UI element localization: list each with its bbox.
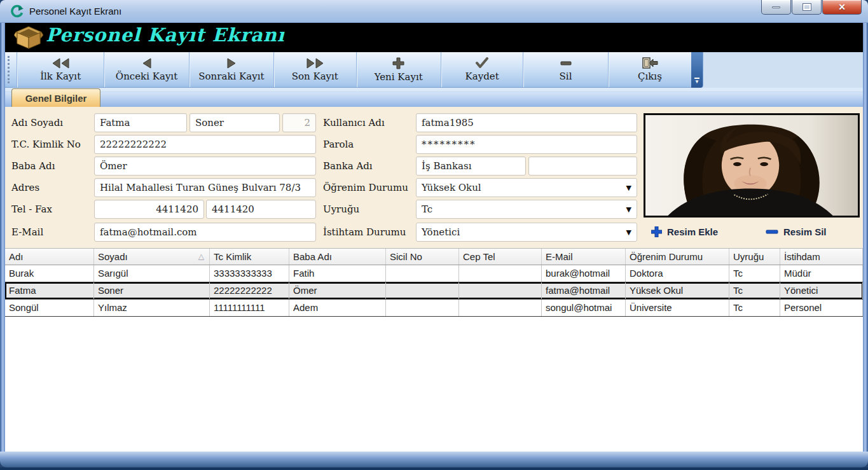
table-cell: Adem	[289, 300, 386, 316]
email-field[interactable]	[94, 223, 316, 242]
chevron-down-icon: ▼	[626, 228, 631, 237]
employment-combobox[interactable]: Yönetici ▼	[416, 223, 637, 242]
exit-button[interactable]: Çıkış	[608, 52, 691, 87]
minimize-button[interactable]	[761, 0, 791, 15]
next-record-button[interactable]: Sonraki Kayıt	[189, 52, 273, 87]
table-cell	[459, 265, 542, 282]
previous-record-button[interactable]: Önceki Kayıt	[104, 52, 188, 87]
grid-column-header[interactable]: Cep Tel	[459, 249, 542, 265]
last-record-button[interactable]: Son Kayıt	[273, 52, 355, 87]
toolbar: İlk Kayıt Önceki Kayıt Sonraki Kayıt	[5, 52, 703, 88]
exit-icon	[642, 57, 658, 69]
table-cell: fatma@hotmail	[542, 282, 626, 299]
grid-column-header[interactable]: Sicil No	[386, 249, 459, 265]
table-cell: 11111111111	[210, 300, 289, 316]
address-field[interactable]	[94, 178, 316, 197]
last-name-field[interactable]	[189, 113, 280, 132]
add-image-button[interactable]: Resim Ekle	[651, 223, 718, 240]
label-adi-soyadi: Adı Soyadı	[11, 113, 63, 132]
banner-title: Personel Kayıt Ekranı	[46, 24, 285, 46]
table-cell: 22222222222	[210, 282, 289, 299]
table-cell	[386, 300, 459, 316]
table-cell: 33333333333	[210, 265, 289, 282]
table-cell: Personel	[780, 300, 863, 316]
overflow-arrow-icon: ▼	[694, 80, 699, 84]
close-button[interactable]: ✕	[822, 0, 862, 15]
employment-value: Yönetici	[422, 226, 460, 238]
minus-icon	[766, 226, 778, 237]
record-number-field	[282, 113, 316, 132]
label-ogrenim-durumu: Öğrenim Durumu	[323, 178, 408, 197]
tab-genel-bilgiler[interactable]: Genel Bilgiler	[11, 88, 100, 107]
father-name-field[interactable]	[94, 156, 316, 176]
chevron-down-icon: ▼	[626, 184, 631, 192]
maximize-button[interactable]	[792, 0, 822, 15]
new-record-label: Yeni Kayıt	[375, 71, 423, 83]
label-tc-kimlik-no: T.C. Kimlik No	[11, 135, 81, 154]
delete-button[interactable]: Sil	[523, 52, 607, 87]
sort-ascending-icon: △	[198, 249, 204, 265]
remove-image-label: Resim Sil	[783, 226, 827, 237]
label-istihtam-durumu: İstihtam Durumu	[323, 223, 406, 242]
save-button[interactable]: Kaydet	[441, 52, 523, 87]
nationality-combobox[interactable]: Tc ▼	[416, 200, 637, 219]
remove-image-button[interactable]: Resim Sil	[766, 223, 827, 240]
screen-bottom-strip	[0, 467, 868, 470]
label-parola: Parola	[323, 135, 354, 154]
tc-kimlik-field[interactable]	[94, 135, 316, 154]
new-record-icon	[392, 57, 404, 69]
chevron-down-icon: ▼	[626, 205, 631, 214]
grid-column-header[interactable]: E-Mail	[542, 249, 626, 265]
toolbar-grip[interactable]	[8, 56, 17, 83]
personnel-photo	[644, 113, 860, 218]
delete-label: Sil	[560, 71, 572, 82]
tel-field[interactable]	[94, 200, 204, 219]
table-cell: Soner	[94, 282, 210, 299]
grid-column-header[interactable]: Soyadı△	[94, 249, 210, 265]
grid-column-header[interactable]: Öğrenim Durumu	[626, 249, 729, 265]
save-icon	[475, 57, 489, 69]
first-record-button[interactable]: İlk Kayıt	[17, 52, 104, 87]
form-panel: Adı Soyadı T.C. Kimlik No Baba Adı Adres…	[5, 107, 863, 248]
table-cell: Fatma	[5, 282, 94, 299]
window-title: Personel Kayıt Ekranı	[29, 0, 121, 23]
label-tel-fax: Tel - Fax	[11, 200, 52, 219]
fax-field[interactable]	[206, 200, 316, 219]
tab-band	[5, 92, 863, 107]
last-record-icon	[307, 58, 324, 69]
first-record-label: İlk Kayıt	[40, 71, 81, 82]
label-baba-adi: Baba Adı	[11, 156, 55, 176]
grid-column-header[interactable]: Uyruğu	[729, 249, 780, 265]
grid-column-header[interactable]: Baba Adı	[289, 249, 386, 265]
plus-icon	[651, 226, 662, 237]
add-image-label: Resim Ekle	[667, 226, 718, 237]
label-uyrugu: Uyruğu	[323, 200, 359, 219]
table-row[interactable]: BurakSarıgül33333333333Fatihburak@hotmai…	[5, 265, 863, 282]
username-field[interactable]	[416, 113, 637, 132]
tab-strip: Genel Bilgiler	[5, 88, 863, 107]
previous-record-icon	[141, 58, 153, 69]
education-combobox[interactable]: Yüksek Okul ▼	[416, 178, 637, 197]
table-cell: Müdür	[780, 265, 863, 282]
toolbar-overflow-button[interactable]: ▼	[691, 52, 703, 88]
label-kullanici-adi: Kullanıcı Adı	[323, 113, 385, 132]
table-cell: Yönetici	[780, 282, 863, 299]
new-record-button[interactable]: Yeni Kayıt	[356, 52, 441, 87]
table-cell: Yüksek Okul	[626, 282, 729, 299]
table-row[interactable]: SongülYılmaz11111111111Ademsongul@hotmai…	[5, 300, 863, 317]
title-bar[interactable]: Personel Kayıt Ekranı ✕	[0, 0, 868, 23]
first-name-field[interactable]	[94, 113, 187, 132]
table-row[interactable]: FatmaSoner22222222222Ömerfatma@hotmailYü…	[5, 282, 863, 300]
grid-column-header[interactable]: Tc Kimlik	[210, 249, 289, 265]
personnel-grid: AdıSoyadı△Tc KimlikBaba AdıSicil NoCep T…	[5, 248, 863, 452]
last-record-label: Son Kayıt	[292, 71, 338, 82]
window-frame-right	[863, 23, 868, 452]
password-field[interactable]	[416, 135, 637, 154]
delete-icon	[560, 57, 572, 69]
bank-name-field[interactable]	[416, 156, 526, 176]
label-banka-adi: Banka Adı	[323, 156, 373, 176]
grid-column-header[interactable]: Adı	[5, 249, 94, 265]
toolbar-row: İlk Kayıt Önceki Kayıt Sonraki Kayıt	[5, 52, 863, 88]
grid-column-header[interactable]: İstihdam	[780, 249, 863, 265]
bank-extra-field[interactable]	[528, 156, 637, 176]
